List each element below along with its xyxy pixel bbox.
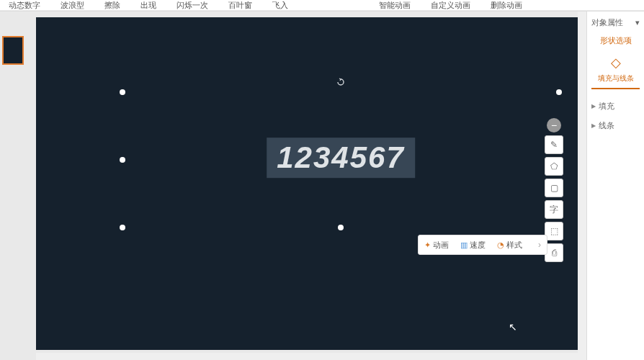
rotate-handle[interactable] [336, 76, 345, 85]
vertical-scrollbar[interactable] [578, 12, 586, 360]
properties-panel: 对象属性 ▾ 形状选项 ◇ 填充与线条 ▶填充 ▶线条 [586, 12, 644, 360]
shape-options-tab[interactable]: 形状选项 [591, 35, 640, 50]
chevron-right-icon: ▶ [591, 103, 596, 109]
ribbon-item[interactable]: 闪烁一次 [176, 0, 208, 11]
resize-handle[interactable] [338, 225, 344, 230]
ribbon-item[interactable]: 动态数字 [9, 0, 40, 11]
context-toolbar: ✦动画 ▥速度 ◔样式 › [418, 235, 547, 255]
slide-thumbnails [0, 12, 26, 360]
panel-title: 对象属性 [591, 17, 623, 28]
resize-handle[interactable] [556, 89, 562, 95]
slide-canvas-wrap: 1234567 − ✎ ⬠ ▢ 字 ⬚ ⎙ ✦动画 ▥速度 ◔样式 › ↖ [26, 12, 586, 360]
chevron-right-icon: ▶ [591, 122, 596, 129]
chevron-right-icon[interactable]: › [538, 240, 541, 250]
ctx-animation[interactable]: ✦动画 [424, 240, 449, 251]
tool-text[interactable]: 字 [545, 200, 563, 219]
tool-shape[interactable]: ⬠ [545, 157, 563, 176]
ribbon-item[interactable]: 出现 [140, 0, 156, 11]
tool-edit[interactable]: ✎ [545, 135, 563, 154]
slide-canvas[interactable]: 1234567 − ✎ ⬠ ▢ 字 ⬚ ⎙ ✦动画 ▥速度 ◔样式 › [36, 17, 581, 350]
ribbon-smart[interactable]: 智能动画 [379, 0, 411, 11]
ribbon-item[interactable]: 飞入 [272, 0, 288, 11]
panel-menu-icon[interactable]: ▾ [635, 18, 640, 27]
ribbon-custom[interactable]: 自定义动画 [431, 0, 470, 11]
collapse-button[interactable]: − [547, 118, 561, 132]
fill-line-tab[interactable]: 填充与线条 [591, 73, 640, 89]
selection-box[interactable]: 1234567 − ✎ ⬠ ▢ 字 ⬚ ⎙ [122, 92, 559, 228]
slide-thumbnail-1[interactable] [2, 36, 24, 65]
text-content[interactable]: 1234567 [267, 138, 415, 178]
ctx-speed[interactable]: ▥速度 [460, 240, 486, 251]
ctx-style[interactable]: ◔样式 [497, 240, 522, 251]
tool-rect[interactable]: ▢ [545, 179, 563, 197]
resize-handle[interactable] [120, 225, 125, 230]
ribbon-item[interactable]: 波浪型 [61, 0, 84, 11]
fill-line-icon: ◇ [591, 55, 640, 71]
accordion-line[interactable]: ▶线条 [591, 116, 640, 135]
ribbon-delete[interactable]: 删除动画 [491, 0, 522, 11]
resize-handle[interactable] [120, 157, 125, 163]
ribbon-item[interactable]: 百叶窗 [228, 0, 252, 11]
ribbon-item[interactable]: 擦除 [104, 0, 120, 11]
accordion-fill[interactable]: ▶填充 [591, 96, 640, 116]
horizontal-scrollbar[interactable] [36, 353, 578, 360]
animation-ribbon: 动态数字 波浪型 擦除 出现 闪烁一次 百叶窗 飞入 智能动画 自定义动画 删除… [0, 0, 644, 10]
resize-handle[interactable] [120, 89, 125, 95]
